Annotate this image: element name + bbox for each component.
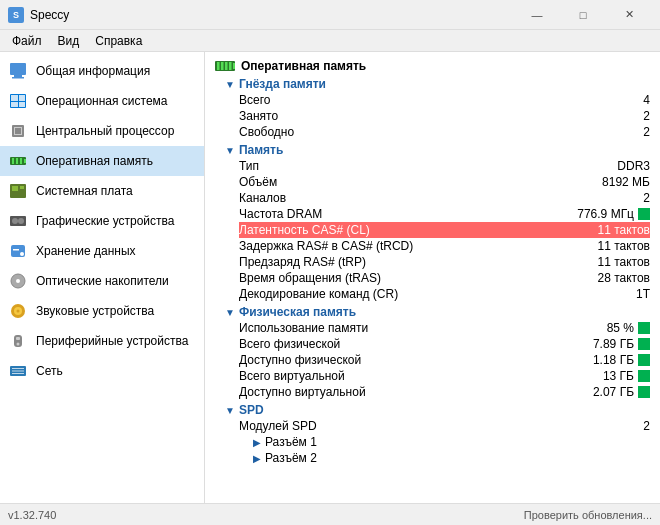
row-value: 13 ГБ [603, 369, 650, 383]
tree-block: ▼Гнёзда памятиВсего4Занято2Свободно2▼Пам… [225, 77, 650, 466]
group-label-physical: Физическая память [239, 305, 356, 319]
row-value: 11 тактов [597, 223, 650, 237]
app-title: Speccy [30, 8, 514, 22]
menu-file[interactable]: Файл [4, 32, 50, 50]
group-label-spd: SPD [239, 403, 264, 417]
row-label: Частота DRAM [239, 207, 322, 221]
indicator-icon [638, 322, 650, 334]
minimize-button[interactable]: — [514, 0, 560, 30]
svg-rect-18 [20, 186, 24, 189]
tree-row: Всего4 [239, 92, 650, 108]
svg-rect-4 [11, 95, 18, 101]
row-label: Каналов [239, 191, 286, 205]
menu-help[interactable]: Справка [87, 32, 150, 50]
svg-rect-14 [20, 158, 22, 164]
sidebar-label-mb: Системная плата [36, 184, 133, 198]
sidebar-label-cpu: Центральный процессор [36, 124, 174, 138]
tree-group-physical: ▼Физическая памятьИспользование памяти85… [225, 305, 650, 400]
group-header-slots[interactable]: ▼Гнёзда памяти [225, 77, 650, 91]
row-value: 11 тактов [597, 255, 650, 269]
svg-rect-36 [12, 373, 24, 374]
menu-view[interactable]: Вид [50, 32, 88, 50]
sidebar-item-optical[interactable]: Оптические накопители [0, 266, 204, 296]
sidebar-label-general: Общая информация [36, 64, 150, 78]
row-value: 28 тактов [597, 271, 650, 285]
row-value: 4 [643, 93, 650, 107]
svg-rect-1 [14, 75, 22, 77]
svg-rect-24 [13, 249, 19, 251]
sidebar-item-cpu[interactable]: Центральный процессор [0, 116, 204, 146]
svg-point-20 [12, 218, 18, 224]
menubar: Файл Вид Справка [0, 30, 660, 52]
optical-icon [8, 271, 28, 291]
maximize-button[interactable]: □ [560, 0, 606, 30]
general-icon [8, 61, 28, 81]
window-controls: — □ ✕ [514, 0, 652, 30]
svg-rect-34 [12, 368, 24, 369]
audio-icon [8, 301, 28, 321]
triangle-icon: ▼ [225, 79, 235, 90]
sidebar-item-storage[interactable]: Хранение данных [0, 236, 204, 266]
sidebar-label-net: Сеть [36, 364, 63, 378]
tree-row: Использование памяти85 % [239, 320, 650, 336]
tree-row: Занято2 [239, 108, 650, 124]
row-label: Всего физической [239, 337, 340, 351]
sidebar-item-periph[interactable]: Периферийные устройства [0, 326, 204, 356]
storage-icon [8, 241, 28, 261]
tree-row: Частота DRAM776.9 МГц [239, 206, 650, 222]
os-icon [8, 91, 28, 111]
indicator-icon [638, 386, 650, 398]
triangle-icon: ▼ [225, 145, 235, 156]
svg-rect-17 [12, 186, 18, 191]
group-header-spd[interactable]: ▼SPD [225, 403, 650, 417]
sidebar: Общая информацияОперационная системаЦент… [0, 52, 205, 503]
content-header: Оперативная память [215, 58, 650, 74]
spd-item[interactable]: ▶Разъём 1 [253, 434, 650, 450]
tree-group-slots: ▼Гнёзда памятиВсего4Занято2Свободно2 [225, 77, 650, 140]
svg-rect-12 [12, 158, 14, 164]
sidebar-item-mb[interactable]: Системная плата [0, 176, 204, 206]
titlebar: S Speccy — □ ✕ [0, 0, 660, 30]
sidebar-item-net[interactable]: Сеть [0, 356, 204, 386]
app-icon: S [8, 7, 24, 23]
sidebar-item-os[interactable]: Операционная система [0, 86, 204, 116]
close-button[interactable]: ✕ [606, 0, 652, 30]
row-label: Всего виртуальной [239, 369, 345, 383]
svg-rect-31 [16, 337, 20, 340]
tree-row: Доступно виртуальной2.07 ГБ [239, 384, 650, 400]
tree-row: Латентность CAS# (CL)11 тактов [239, 222, 650, 238]
update-link[interactable]: Проверить обновления... [524, 509, 652, 521]
group-header-physical[interactable]: ▼Физическая память [225, 305, 650, 319]
cpu-icon [8, 121, 28, 141]
sidebar-label-optical: Оптические накопители [36, 274, 169, 288]
spd-label: Разъём 2 [265, 451, 317, 465]
svg-rect-10 [15, 128, 21, 134]
row-label: Свободно [239, 125, 294, 139]
sidebar-label-ram: Оперативная память [36, 154, 153, 168]
spd-arrow-icon: ▶ [253, 453, 261, 464]
spd-item[interactable]: ▶Разъём 2 [253, 450, 650, 466]
indicator-icon [638, 208, 650, 220]
sidebar-item-gpu[interactable]: Графические устройства [0, 206, 204, 236]
row-label: Использование памяти [239, 321, 368, 335]
svg-point-21 [18, 218, 24, 224]
svg-rect-6 [11, 102, 18, 107]
svg-rect-38 [217, 62, 220, 70]
net-icon [8, 361, 28, 381]
group-label-slots: Гнёзда памяти [239, 77, 326, 91]
svg-rect-42 [233, 63, 235, 69]
row-value: 1.18 ГБ [593, 353, 650, 367]
svg-rect-40 [225, 62, 228, 70]
sidebar-label-os: Операционная система [36, 94, 168, 108]
tree-rows-spd: Модулей SPD2▶Разъём 1▶Разъём 2 [239, 418, 650, 466]
tree-row: Задержка RAS# в CAS# (tRCD)11 тактов [239, 238, 650, 254]
group-header-memory[interactable]: ▼Память [225, 143, 650, 157]
sidebar-item-general[interactable]: Общая информация [0, 56, 204, 86]
sidebar-item-audio[interactable]: Звуковые устройства [0, 296, 204, 326]
svg-point-32 [17, 343, 20, 346]
svg-rect-5 [19, 95, 25, 101]
row-value: 776.9 МГц [577, 207, 650, 221]
sidebar-item-ram[interactable]: Оперативная память [0, 146, 204, 176]
periph-icon [8, 331, 28, 351]
row-value: 11 тактов [597, 239, 650, 253]
